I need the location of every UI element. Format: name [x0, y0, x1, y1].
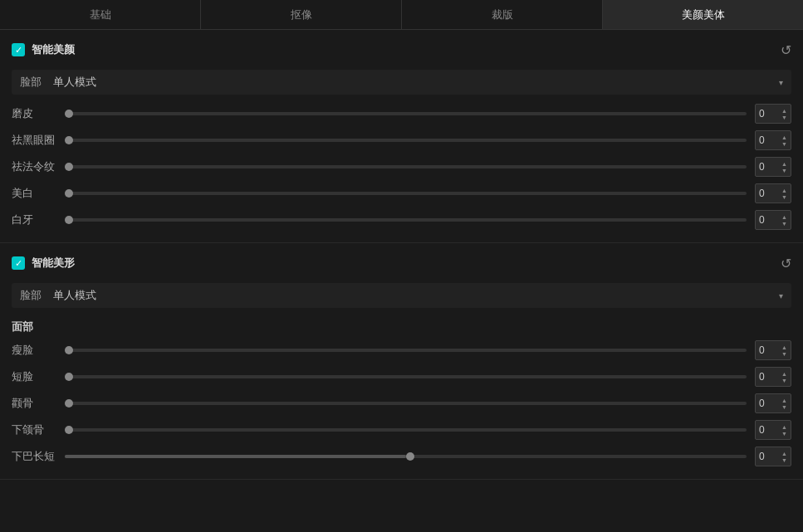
tab-bar: 基础 抠像 裁版 美颜美体: [0, 0, 803, 30]
spin-up-meibai[interactable]: ▲: [781, 188, 787, 193]
section-beauty-body-header: ✓ 智能美形 ↺: [12, 251, 791, 275]
slider-value-box-xiakegu: 0 ▲ ▼: [755, 420, 791, 440]
spin-up-quhei[interactable]: ▲: [781, 134, 787, 140]
slider-value-box-quhei: 0 ▲ ▼: [755, 130, 791, 150]
tab-basic[interactable]: 基础: [0, 0, 201, 29]
tab-image[interactable]: 抠像: [201, 0, 402, 29]
beauty-face-reset-icon[interactable]: ↺: [781, 42, 791, 58]
slider-row-xiakegu: 下颌骨 0 ▲ ▼: [12, 417, 791, 442]
spin-down-mobi[interactable]: ▼: [781, 115, 787, 120]
section-beauty-face: ✓ 智能美颜 ↺ 脸部 单人模式 ▾ 磨皮 0 ▲: [0, 30, 803, 243]
slider-label-xiaba: 下巴长短: [12, 449, 61, 464]
spin-down-xiakegu[interactable]: ▼: [781, 431, 787, 437]
slider-track-meibai[interactable]: [65, 192, 747, 195]
slider-row-baiya: 白牙 0 ▲ ▼: [12, 207, 791, 232]
spin-down-baiya[interactable]: ▼: [781, 221, 787, 227]
slider-value-box-shoulian: 0 ▲ ▼: [755, 340, 791, 360]
slider-value-box-xiaba: 0 ▲ ▼: [755, 447, 791, 466]
section-body-title-group: ✓ 智能美形: [12, 256, 75, 271]
sub-section-label-face: 面部: [12, 315, 791, 338]
slider-value-box-quangu: 0 ▲ ▼: [755, 393, 791, 413]
spin-down-quhei[interactable]: ▼: [781, 141, 787, 147]
beauty-body-title: 智能美形: [32, 256, 75, 271]
spin-down-quangu[interactable]: ▼: [781, 404, 787, 410]
slider-track-qufa[interactable]: [65, 165, 747, 168]
slider-label-baiya: 白牙: [12, 212, 61, 227]
slider-track-xiaba[interactable]: [65, 455, 747, 458]
spin-up-xiakegu[interactable]: ▲: [781, 424, 787, 430]
slider-track-xiakegu[interactable]: [65, 428, 747, 432]
slider-row-duanlian: 短脸 0 ▲ ▼: [12, 364, 791, 389]
spin-up-shoulian[interactable]: ▲: [781, 344, 787, 350]
chevron-down-icon: ▾: [779, 78, 783, 87]
slider-track-mobi[interactable]: [65, 112, 747, 115]
beauty-face-checkbox[interactable]: ✓: [12, 43, 25, 56]
content-area: ✓ 智能美颜 ↺ 脸部 单人模式 ▾ 磨皮 0 ▲: [0, 30, 803, 532]
slider-value-box-qufa: 0 ▲ ▼: [755, 157, 791, 177]
slider-track-shoulian[interactable]: [65, 349, 747, 352]
slider-label-meibai: 美白: [12, 186, 61, 201]
spin-up-quangu[interactable]: ▲: [781, 398, 787, 403]
spin-down-meibai[interactable]: ▼: [781, 194, 787, 200]
slider-row-xiaba: 下巴长短 0 ▲ ▼: [12, 444, 791, 469]
slider-row-mobi: 磨皮 0 ▲ ▼: [12, 101, 791, 126]
spin-down-xiaba[interactable]: ▼: [781, 457, 787, 463]
section-beauty-body: ✓ 智能美形 ↺ 脸部 单人模式 ▾ 面部 瘦脸 0: [0, 243, 803, 480]
slider-row-quhei: 祛黑眼圈 0 ▲ ▼: [12, 128, 791, 153]
spin-up-qufa[interactable]: ▲: [781, 161, 787, 167]
body-face-mode-select[interactable]: 单人模式 ▾: [53, 288, 783, 303]
slider-label-shoulian: 瘦脸: [12, 343, 61, 358]
section-beauty-face-header: ✓ 智能美颜 ↺: [12, 38, 791, 61]
spin-up-xiaba[interactable]: ▲: [781, 451, 787, 456]
slider-row-meibai: 美白 0 ▲ ▼: [12, 181, 791, 206]
spin-down-qufa[interactable]: ▼: [781, 168, 787, 173]
slider-label-mobi: 磨皮: [12, 106, 61, 121]
slider-track-duanlian[interactable]: [65, 375, 747, 378]
slider-row-shoulian: 瘦脸 0 ▲ ▼: [12, 338, 791, 363]
tab-layout[interactable]: 裁版: [402, 0, 603, 29]
section-title-group: ✓ 智能美颜: [12, 42, 75, 57]
slider-label-quhei: 祛黑眼圈: [12, 133, 61, 148]
slider-row-qufa: 祛法令纹 0 ▲ ▼: [12, 154, 791, 179]
slider-track-quangu[interactable]: [65, 402, 747, 405]
tab-beauty[interactable]: 美颜美体: [603, 0, 803, 29]
beauty-body-checkbox[interactable]: ✓: [12, 256, 25, 270]
slider-label-quangu: 颧骨: [12, 396, 61, 411]
slider-track-baiya[interactable]: [65, 218, 747, 222]
slider-label-xiakegu: 下颌骨: [12, 422, 61, 437]
slider-label-qufa: 祛法令纹: [12, 159, 61, 174]
face-mode-row: 脸部 单人模式 ▾: [12, 70, 791, 95]
spin-up-baiya[interactable]: ▲: [781, 214, 787, 220]
spin-down-duanlian[interactable]: ▼: [781, 378, 787, 383]
slider-value-box-baiya: 0 ▲ ▼: [755, 210, 791, 230]
beauty-body-reset-icon[interactable]: ↺: [781, 256, 791, 271]
beauty-face-title: 智能美颜: [32, 42, 75, 57]
slider-value-box-meibai: 0 ▲ ▼: [755, 183, 791, 203]
spin-up-mobi[interactable]: ▲: [781, 108, 787, 114]
body-chevron-down-icon: ▾: [779, 291, 783, 300]
slider-value-box-mobi: 0 ▲ ▼: [755, 104, 791, 124]
body-face-mode-row: 脸部 单人模式 ▾: [12, 283, 791, 308]
face-mode-select[interactable]: 单人模式 ▾: [53, 75, 783, 90]
slider-track-quhei[interactable]: [65, 139, 747, 142]
slider-value-box-duanlian: 0 ▲ ▼: [755, 367, 791, 387]
slider-row-quangu: 颧骨 0 ▲ ▼: [12, 391, 791, 416]
spin-up-duanlian[interactable]: ▲: [781, 371, 787, 377]
spin-down-shoulian[interactable]: ▼: [781, 351, 787, 357]
face-mode-label: 脸部: [20, 75, 53, 90]
body-face-mode-label: 脸部: [20, 288, 53, 303]
slider-label-duanlian: 短脸: [12, 369, 61, 384]
